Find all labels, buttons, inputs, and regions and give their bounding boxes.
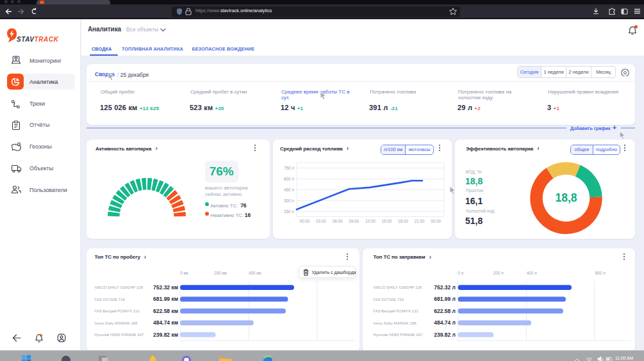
svg-text:00:00: 00:00	[300, 219, 310, 223]
svg-text:622.58 л: 622.58 л	[434, 308, 456, 314]
svg-text:Iveco Daily М345АК 186: Iveco Daily М345АК 186	[95, 321, 138, 325]
svg-text:239.82 км: 239.82 км	[153, 332, 178, 338]
svg-text:681.99 л: 681.99 л	[434, 296, 456, 302]
svg-text:ГАЗ O271КЕ 716: ГАЗ O271КЕ 716	[95, 297, 126, 301]
svg-text:300 л: 300 л	[284, 198, 294, 203]
svg-text:00:00: 00:00	[431, 219, 441, 223]
svg-text:Hyundai HD65 Р456АВ 197: Hyundai HD65 Р456АВ 197	[95, 332, 144, 337]
svg-text:400 км: 400 км	[249, 271, 261, 275]
svg-text:ГАЗ Валдай Р234УХ 121: ГАЗ Валдай Р234УХ 121	[95, 309, 140, 313]
svg-text:450 л: 450 л	[284, 188, 294, 192]
svg-text:06:00: 06:00	[333, 219, 343, 223]
svg-text:752.32 л: 752.32 л	[434, 284, 456, 291]
svg-text:200 км: 200 км	[214, 271, 226, 275]
svg-text:150 л: 150 л	[284, 209, 294, 214]
svg-text:800 л: 800 л	[595, 271, 606, 275]
svg-text:750 л: 750 л	[284, 166, 294, 170]
svg-text:622.58 км: 622.58 км	[153, 308, 178, 314]
svg-text:0 км: 0 км	[180, 271, 188, 275]
svg-text:681.99 км: 681.99 км	[153, 296, 178, 302]
svg-text:ГАЗ Валдай Р234УХ 121: ГАЗ Валдай Р234УХ 121	[374, 309, 419, 313]
svg-text:484.74 л: 484.74 л	[434, 319, 456, 326]
svg-text:21:00: 21:00	[415, 219, 425, 223]
svg-text:15:00: 15:00	[382, 219, 392, 223]
svg-text:ГАЗ O271КЕ 716: ГАЗ O271КЕ 716	[374, 297, 404, 301]
svg-text:IVECO DAILY O281HP 126: IVECO DAILY O281HP 126	[374, 285, 422, 289]
svg-text:IVECO DAILY O281HP 126: IVECO DAILY O281HP 126	[95, 285, 144, 289]
svg-text:Hyundai HD65 Р456АВ 197: Hyundai HD65 Р456АВ 197	[374, 332, 423, 337]
svg-text:Iveco Daily М345АК 186: Iveco Daily М345АК 186	[374, 321, 417, 325]
svg-text:239.82 л: 239.82 л	[434, 332, 456, 338]
svg-text:03:00: 03:00	[316, 219, 326, 223]
svg-text:0 л: 0 л	[458, 271, 463, 275]
svg-text:18:00: 18:00	[398, 219, 408, 223]
svg-text:STAVTRACK: STAVTRACK	[17, 36, 59, 43]
svg-text:12:00: 12:00	[365, 219, 376, 223]
svg-text:600 л: 600 л	[284, 177, 294, 181]
svg-text:484.74 км: 484.74 км	[153, 319, 178, 326]
svg-text:752.32 км: 752.32 км	[153, 284, 178, 291]
svg-text:09:00: 09:00	[349, 219, 359, 223]
svg-text:400 л: 400 л	[527, 271, 537, 275]
svg-text:200 л: 200 л	[493, 271, 504, 275]
